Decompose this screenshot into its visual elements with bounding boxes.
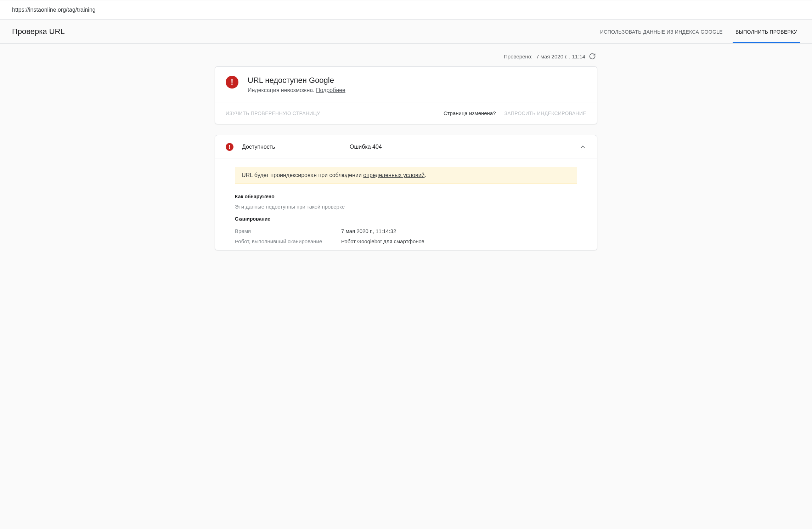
header-row: Проверка URL ИСПОЛЬЗОВАТЬ ДАННЫЕ ИЗ ИНДЕ… [0,20,812,44]
page-changed-label: Страница изменена? [444,110,496,116]
accessibility-label: Доступность [242,144,341,150]
notice-text: URL будет проиндексирован при соблюдении [242,172,363,178]
accessibility-value: Ошибка 404 [350,144,571,150]
status-title: URL недоступен Google [248,76,345,85]
status-card-right-actions: Страница изменена? ЗАПРОСИТЬ ИНДЕКСИРОВА… [444,110,586,116]
accessibility-header[interactable]: ! Доступность Ошибка 404 [215,135,597,159]
crawl-val-bot: Робот Googlebot для смартфонов [341,238,577,244]
error-icon: ! [226,143,233,151]
checked-prefix: Проверено: [504,53,532,59]
error-icon: ! [226,76,238,89]
request-indexing-button: ЗАПРОСИТЬ ИНДЕКСИРОВАНИЕ [504,110,586,116]
status-subtitle-text: Индексация невозможна. [248,87,315,93]
accessibility-card: ! Доступность Ошибка 404 URL будет проин… [215,135,597,250]
discovery-body: Эти данные недоступны при такой проверке [235,204,577,210]
crawl-val-time: 7 мая 2020 г., 11:14:32 [341,228,577,234]
refresh-icon[interactable] [589,53,596,60]
tab-use-index-data[interactable]: ИСПОЛЬЗОВАТЬ ДАННЫЕ ИЗ ИНДЕКСА GOOGLE [597,21,726,43]
crawl-key-bot: Робот, выполнивший сканирование [235,238,341,244]
status-card: ! URL недоступен Google Индексация невоз… [215,66,597,124]
notice-link[interactable]: определенных условий [363,172,424,178]
status-top: ! URL недоступен Google Индексация невоз… [215,67,597,102]
tabs: ИСПОЛЬЗОВАТЬ ДАННЫЕ ИЗ ИНДЕКСА GOOGLE ВЫ… [597,21,800,43]
accessibility-body: URL будет проиндексирован при соблюдении… [215,159,597,250]
crawl-row: Время 7 мая 2020 г., 11:14:32 [235,226,577,236]
chevron-up-icon [579,143,586,150]
discovery-heading: Как обнаружено [235,194,577,199]
url-value: https://instaonline.org/tag/training [12,7,96,13]
status-subtitle: Индексация невозможна. Подробнее [248,87,345,93]
notice-tail: . [425,172,426,178]
url-bar[interactable]: https://instaonline.org/tag/training [0,0,812,20]
status-card-actions: ИЗУЧИТЬ ПРОВЕРЕННУЮ СТРАНИЦУ Страница из… [215,102,597,124]
checked-row: Проверено: 7 мая 2020 г. , 11:14 [215,51,597,66]
status-text-block: URL недоступен Google Индексация невозмо… [248,76,345,93]
tab-run-check[interactable]: ВЫПОЛНИТЬ ПРОВЕРКУ [733,21,800,43]
page-title: Проверка URL [12,20,65,43]
crawl-row: Робот, выполнивший сканирование Робот Go… [235,236,577,246]
learn-more-link[interactable]: Подробнее [316,87,345,93]
view-tested-page-button: ИЗУЧИТЬ ПРОВЕРЕННУЮ СТРАНИЦУ [226,110,320,116]
indexing-notice: URL будет проиндексирован при соблюдении… [235,167,577,184]
checked-timestamp: 7 мая 2020 г. , 11:14 [536,53,585,59]
crawl-heading: Сканирование [235,216,577,222]
main-container: Проверено: 7 мая 2020 г. , 11:14 ! URL н… [211,44,601,275]
crawl-key-time: Время [235,228,341,234]
